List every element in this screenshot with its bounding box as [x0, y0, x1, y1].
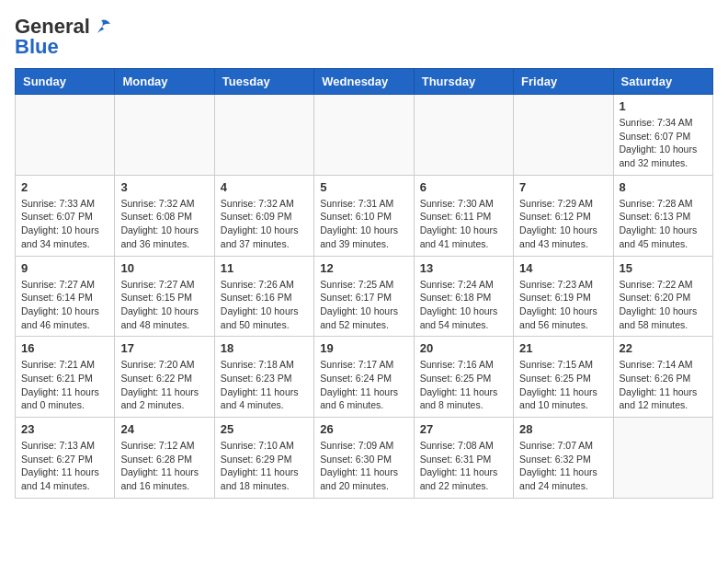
- day-info: Sunrise: 7:09 AM Sunset: 6:30 PM Dayligh…: [320, 439, 407, 493]
- weekday-header-tuesday: Tuesday: [214, 69, 313, 95]
- calendar-cell: [613, 418, 712, 499]
- calendar-cell: 5Sunrise: 7:31 AM Sunset: 6:10 PM Daylig…: [314, 175, 414, 256]
- calendar-cell: 11Sunrise: 7:26 AM Sunset: 6:16 PM Dayli…: [214, 256, 313, 337]
- day-number: 11: [221, 261, 308, 275]
- day-info: Sunrise: 7:27 AM Sunset: 6:15 PM Dayligh…: [120, 278, 208, 332]
- calendar-cell: 22Sunrise: 7:14 AM Sunset: 6:26 PM Dayli…: [613, 337, 712, 418]
- day-number: 14: [519, 261, 607, 275]
- day-number: 6: [420, 180, 507, 194]
- calendar-cell: 18Sunrise: 7:18 AM Sunset: 6:23 PM Dayli…: [214, 337, 313, 418]
- day-number: 23: [21, 422, 108, 436]
- calendar-table: SundayMondayTuesdayWednesdayThursdayFrid…: [15, 68, 713, 499]
- calendar-cell: 8Sunrise: 7:28 AM Sunset: 6:13 PM Daylig…: [613, 175, 712, 256]
- day-number: 3: [120, 180, 208, 194]
- day-info: Sunrise: 7:32 AM Sunset: 6:08 PM Dayligh…: [120, 197, 208, 251]
- calendar-cell: 21Sunrise: 7:15 AM Sunset: 6:25 PM Dayli…: [514, 337, 613, 418]
- calendar-cell: 26Sunrise: 7:09 AM Sunset: 6:30 PM Dayli…: [314, 418, 414, 499]
- calendar-cell: 2Sunrise: 7:33 AM Sunset: 6:07 PM Daylig…: [16, 175, 115, 256]
- calendar-cell: 15Sunrise: 7:22 AM Sunset: 6:20 PM Dayli…: [613, 256, 712, 337]
- calendar-week-row: 23Sunrise: 7:13 AM Sunset: 6:27 PM Dayli…: [16, 418, 713, 499]
- calendar-cell: [16, 95, 115, 176]
- calendar-cell: [314, 95, 414, 176]
- calendar-week-row: 9Sunrise: 7:27 AM Sunset: 6:14 PM Daylig…: [16, 256, 713, 337]
- calendar-cell: 16Sunrise: 7:21 AM Sunset: 6:21 PM Dayli…: [16, 337, 115, 418]
- day-info: Sunrise: 7:20 AM Sunset: 6:22 PM Dayligh…: [120, 358, 208, 412]
- calendar-cell: 19Sunrise: 7:17 AM Sunset: 6:24 PM Dayli…: [314, 337, 414, 418]
- day-info: Sunrise: 7:15 AM Sunset: 6:25 PM Dayligh…: [519, 358, 607, 412]
- day-number: 19: [320, 341, 407, 355]
- day-info: Sunrise: 7:23 AM Sunset: 6:19 PM Dayligh…: [519, 278, 607, 332]
- weekday-header-sunday: Sunday: [16, 69, 115, 95]
- day-number: 7: [519, 180, 607, 194]
- day-number: 10: [120, 261, 208, 275]
- day-number: 2: [21, 180, 108, 194]
- calendar-cell: 4Sunrise: 7:32 AM Sunset: 6:09 PM Daylig…: [214, 175, 313, 256]
- day-number: 13: [420, 261, 507, 275]
- calendar-cell: [414, 95, 513, 176]
- calendar-cell: 7Sunrise: 7:29 AM Sunset: 6:12 PM Daylig…: [514, 175, 613, 256]
- day-info: Sunrise: 7:21 AM Sunset: 6:21 PM Dayligh…: [21, 358, 108, 412]
- logo: General Blue: [15, 15, 112, 59]
- day-info: Sunrise: 7:08 AM Sunset: 6:31 PM Dayligh…: [420, 439, 507, 493]
- page-header: General Blue: [15, 15, 713, 59]
- weekday-header-saturday: Saturday: [613, 69, 712, 95]
- calendar-cell: 10Sunrise: 7:27 AM Sunset: 6:15 PM Dayli…: [115, 256, 214, 337]
- day-info: Sunrise: 7:16 AM Sunset: 6:25 PM Dayligh…: [420, 358, 507, 412]
- day-info: Sunrise: 7:33 AM Sunset: 6:07 PM Dayligh…: [21, 197, 108, 251]
- day-number: 9: [21, 261, 108, 275]
- weekday-header-thursday: Thursday: [414, 69, 513, 95]
- day-info: Sunrise: 7:24 AM Sunset: 6:18 PM Dayligh…: [420, 278, 507, 332]
- calendar-cell: 28Sunrise: 7:07 AM Sunset: 6:32 PM Dayli…: [514, 418, 613, 499]
- calendar-header-row: SundayMondayTuesdayWednesdayThursdayFrid…: [16, 69, 713, 95]
- calendar-cell: 23Sunrise: 7:13 AM Sunset: 6:27 PM Dayli…: [16, 418, 115, 499]
- day-number: 25: [221, 422, 308, 436]
- calendar-cell: [214, 95, 313, 176]
- calendar-cell: 24Sunrise: 7:12 AM Sunset: 6:28 PM Dayli…: [115, 418, 214, 499]
- calendar-cell: 17Sunrise: 7:20 AM Sunset: 6:22 PM Dayli…: [115, 337, 214, 418]
- day-info: Sunrise: 7:18 AM Sunset: 6:23 PM Dayligh…: [221, 358, 308, 412]
- day-info: Sunrise: 7:25 AM Sunset: 6:17 PM Dayligh…: [320, 278, 407, 332]
- day-info: Sunrise: 7:34 AM Sunset: 6:07 PM Dayligh…: [620, 116, 707, 170]
- day-number: 27: [420, 422, 507, 436]
- calendar-cell: 25Sunrise: 7:10 AM Sunset: 6:29 PM Dayli…: [214, 418, 313, 499]
- calendar-cell: [115, 95, 214, 176]
- calendar-cell: 14Sunrise: 7:23 AM Sunset: 6:19 PM Dayli…: [514, 256, 613, 337]
- day-info: Sunrise: 7:27 AM Sunset: 6:14 PM Dayligh…: [21, 278, 108, 332]
- weekday-header-wednesday: Wednesday: [314, 69, 414, 95]
- day-info: Sunrise: 7:32 AM Sunset: 6:09 PM Dayligh…: [221, 197, 308, 251]
- logo-blue: Blue: [15, 35, 59, 59]
- calendar-cell: 9Sunrise: 7:27 AM Sunset: 6:14 PM Daylig…: [16, 256, 115, 337]
- logo-bird-icon: [92, 17, 112, 37]
- day-number: 17: [120, 341, 208, 355]
- day-info: Sunrise: 7:26 AM Sunset: 6:16 PM Dayligh…: [221, 278, 308, 332]
- day-info: Sunrise: 7:17 AM Sunset: 6:24 PM Dayligh…: [320, 358, 407, 412]
- day-number: 15: [620, 261, 707, 275]
- weekday-header-monday: Monday: [115, 69, 214, 95]
- day-number: 28: [519, 422, 607, 436]
- day-number: 5: [320, 180, 407, 194]
- day-info: Sunrise: 7:07 AM Sunset: 6:32 PM Dayligh…: [519, 439, 607, 493]
- calendar-cell: 20Sunrise: 7:16 AM Sunset: 6:25 PM Dayli…: [414, 337, 513, 418]
- calendar-cell: 12Sunrise: 7:25 AM Sunset: 6:17 PM Dayli…: [314, 256, 414, 337]
- calendar-cell: 3Sunrise: 7:32 AM Sunset: 6:08 PM Daylig…: [115, 175, 214, 256]
- day-number: 4: [221, 180, 308, 194]
- day-number: 12: [320, 261, 407, 275]
- calendar-week-row: 1Sunrise: 7:34 AM Sunset: 6:07 PM Daylig…: [16, 95, 713, 176]
- calendar-cell: 1Sunrise: 7:34 AM Sunset: 6:07 PM Daylig…: [613, 95, 712, 176]
- day-info: Sunrise: 7:29 AM Sunset: 6:12 PM Dayligh…: [519, 197, 607, 251]
- day-info: Sunrise: 7:30 AM Sunset: 6:11 PM Dayligh…: [420, 197, 507, 251]
- day-info: Sunrise: 7:12 AM Sunset: 6:28 PM Dayligh…: [120, 439, 208, 493]
- day-info: Sunrise: 7:14 AM Sunset: 6:26 PM Dayligh…: [620, 358, 707, 412]
- calendar-week-row: 2Sunrise: 7:33 AM Sunset: 6:07 PM Daylig…: [16, 175, 713, 256]
- day-info: Sunrise: 7:22 AM Sunset: 6:20 PM Dayligh…: [620, 278, 707, 332]
- day-info: Sunrise: 7:13 AM Sunset: 6:27 PM Dayligh…: [21, 439, 108, 493]
- day-number: 26: [320, 422, 407, 436]
- weekday-header-friday: Friday: [514, 69, 613, 95]
- calendar-cell: [514, 95, 613, 176]
- day-info: Sunrise: 7:31 AM Sunset: 6:10 PM Dayligh…: [320, 197, 407, 251]
- day-number: 22: [620, 341, 707, 355]
- day-number: 21: [519, 341, 607, 355]
- day-number: 16: [21, 341, 108, 355]
- calendar-cell: 6Sunrise: 7:30 AM Sunset: 6:11 PM Daylig…: [414, 175, 513, 256]
- day-info: Sunrise: 7:10 AM Sunset: 6:29 PM Dayligh…: [221, 439, 308, 493]
